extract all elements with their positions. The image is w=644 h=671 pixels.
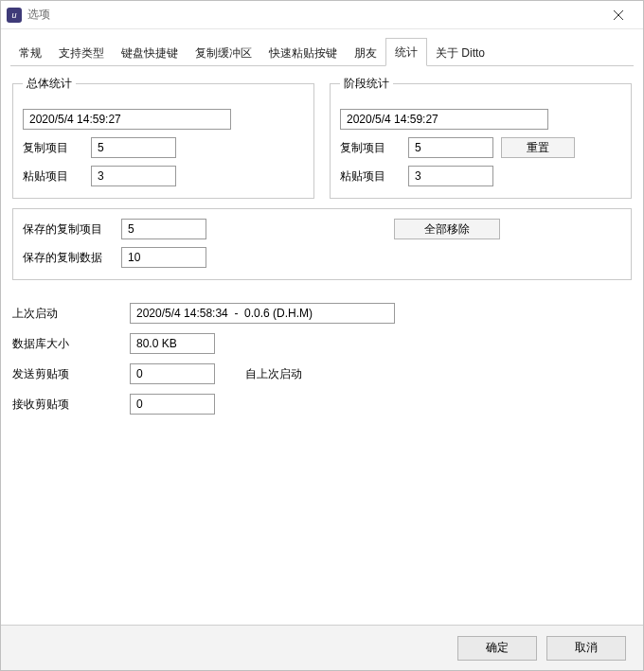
remove-all-button[interactable]: 全部移除: [394, 219, 500, 239]
cancel-button[interactable]: 取消: [546, 636, 626, 661]
titlebar: u 选项: [1, 1, 643, 29]
last-start-label: 上次启动: [12, 306, 122, 322]
close-button[interactable]: [599, 2, 637, 28]
overall-date-input[interactable]: [23, 109, 231, 130]
overall-legend: 总体统计: [23, 76, 76, 92]
tab-general[interactable]: 常规: [10, 40, 50, 66]
phase-stats-group: 阶段统计 复制项目 重置 粘贴项目: [330, 76, 632, 199]
tab-quick-paste[interactable]: 快速粘贴按键: [260, 40, 346, 66]
tab-friends[interactable]: 朋友: [346, 40, 385, 66]
send-label: 发送剪贴项: [12, 366, 122, 382]
tab-area: 常规 支持类型 键盘快捷键 复制缓冲区 快速粘贴按键 朋友 统计 关于 Ditt…: [1, 29, 643, 66]
overall-copy-label: 复制项目: [23, 140, 83, 156]
recv-label: 接收剪贴项: [12, 397, 122, 413]
tabstrip: 常规 支持类型 键盘快捷键 复制缓冲区 快速粘贴按键 朋友 统计 关于 Ditt…: [10, 37, 634, 66]
close-icon: [614, 10, 623, 20]
info-section: 上次启动 数据库大小 发送剪贴项 自上次启动 接收剪贴项: [12, 303, 632, 415]
overall-stats-group: 总体统计 复制项目 粘贴项目: [12, 76, 314, 199]
last-start-input[interactable]: [130, 303, 395, 324]
button-bar: 确定 取消: [1, 625, 643, 670]
phase-date-input[interactable]: [340, 109, 548, 130]
tab-content: 总体统计 复制项目 粘贴项目 阶段统计 复制: [1, 66, 643, 625]
window-title: 选项: [27, 7, 50, 23]
saved-copy-items-input[interactable]: [121, 219, 206, 239]
tab-about[interactable]: 关于 Ditto: [427, 40, 493, 66]
recv-input[interactable]: [130, 394, 215, 415]
overall-paste-input[interactable]: [91, 166, 176, 186]
phase-copy-input[interactable]: [408, 137, 493, 158]
tab-types[interactable]: 支持类型: [50, 40, 113, 66]
overall-copy-input[interactable]: [91, 137, 176, 158]
db-size-input[interactable]: [130, 333, 215, 354]
saved-copy-data-input[interactable]: [121, 247, 206, 268]
db-size-label: 数据库大小: [12, 336, 122, 352]
app-icon: u: [7, 8, 22, 23]
phase-legend: 阶段统计: [340, 76, 393, 92]
since-last-start-label: 自上次启动: [245, 366, 302, 382]
saved-section: 保存的复制项目 全部移除 保存的复制数据: [12, 208, 632, 280]
phase-copy-label: 复制项目: [340, 140, 401, 156]
send-input[interactable]: [130, 363, 215, 384]
phase-paste-input[interactable]: [408, 166, 493, 186]
saved-copy-data-label: 保存的复制数据: [23, 250, 114, 266]
phase-paste-label: 粘贴项目: [340, 168, 401, 185]
options-window: u 选项 常规 支持类型 键盘快捷键 复制缓冲区 快速粘贴按键 朋友 统计 关于…: [0, 0, 644, 671]
tab-shortcuts[interactable]: 键盘快捷键: [113, 40, 187, 66]
ok-button[interactable]: 确定: [457, 636, 537, 661]
tab-copy-buffer[interactable]: 复制缓冲区: [187, 40, 260, 66]
reset-button[interactable]: 重置: [501, 137, 575, 158]
overall-paste-label: 粘贴项目: [23, 168, 83, 185]
tab-stats[interactable]: 统计: [385, 38, 427, 66]
saved-copy-items-label: 保存的复制项目: [23, 221, 114, 238]
